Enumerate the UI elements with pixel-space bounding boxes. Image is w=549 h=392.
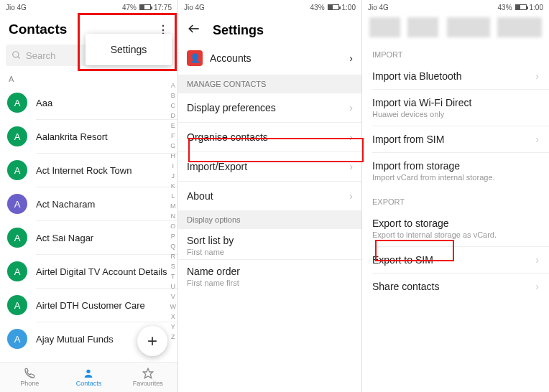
row-import-bluetooth[interactable]: Import via Bluetooth›: [362, 63, 549, 89]
menu-item-settings[interactable]: Settings: [111, 44, 147, 55]
accounts-icon: 👤: [187, 50, 203, 66]
avatar: A: [7, 93, 27, 113]
index-letter[interactable]: M: [170, 201, 177, 211]
clock: 1:00: [342, 4, 356, 11]
index-letter[interactable]: F: [170, 131, 177, 141]
chevron-right-icon: ›: [349, 190, 353, 202]
row-sort-list-by[interactable]: Sort list by First name: [178, 229, 361, 259]
battery-icon: [139, 4, 151, 10]
contact-row[interactable]: AAalankrita Resort: [0, 120, 177, 153]
status-bar: Jio 4G 43% 1:00: [178, 0, 361, 14]
back-button[interactable]: [187, 22, 201, 39]
row-import-storage[interactable]: Import from storage Import vCard from in…: [362, 153, 549, 189]
index-letter[interactable]: Q: [170, 241, 177, 251]
row-export-sim[interactable]: Export to SIM›: [362, 247, 549, 273]
chevron-right-icon: ›: [535, 281, 539, 292]
index-letter[interactable]: Y: [170, 322, 177, 332]
search-placeholder: Search: [26, 50, 55, 61]
contact-row[interactable]: AAct Internet Rock Town: [0, 154, 177, 187]
avatar: A: [7, 160, 27, 180]
index-letter[interactable]: I: [170, 161, 177, 171]
row-about[interactable]: About›: [178, 182, 361, 210]
battery-icon: [328, 4, 339, 10]
page-title: Settings: [213, 23, 264, 38]
avatar: A: [7, 329, 27, 349]
index-letter[interactable]: T: [170, 271, 177, 281]
row-name-order[interactable]: Name order First name first: [178, 260, 361, 290]
index-letter[interactable]: S: [170, 261, 177, 271]
redacted-header: [369, 17, 542, 37]
svg-marker-3: [143, 368, 152, 378]
index-letter[interactable]: P: [170, 231, 177, 241]
row-import-sim[interactable]: Import from SIM›: [362, 126, 549, 152]
star-icon: [142, 368, 154, 379]
index-letter[interactable]: U: [170, 281, 177, 291]
contact-row[interactable]: AAaa: [0, 86, 177, 119]
chevron-right-icon: ›: [349, 52, 353, 64]
contact-name: Act Internet Rock Town: [36, 165, 172, 176]
index-letter[interactable]: B: [170, 90, 177, 101]
contact-row[interactable]: AAirtel DTH Customer Care: [0, 289, 177, 322]
svg-line-1: [18, 57, 20, 59]
status-bar: Jio 4G 43% 1:00: [362, 0, 549, 14]
alpha-index[interactable]: ABCDEFGHIJKLMNOPQRSTUVWXYZ: [170, 80, 177, 342]
battery-text: 43%: [310, 4, 325, 11]
arrow-left-icon: [187, 22, 201, 36]
clock: 1:00: [530, 4, 543, 11]
row-export-storage[interactable]: Export to storage Export to internal sto…: [362, 210, 549, 246]
group-display-options: Display options: [178, 210, 361, 229]
row-share-contacts[interactable]: Share contacts›: [362, 274, 549, 299]
row-import-wifi-direct[interactable]: Import via Wi-Fi Direct Huawei devices o…: [362, 90, 549, 126]
index-letter[interactable]: O: [170, 221, 177, 231]
contact-row[interactable]: AAct Nacharam: [0, 187, 177, 220]
index-letter[interactable]: J: [170, 171, 177, 181]
index-letter[interactable]: L: [170, 191, 177, 201]
index-letter[interactable]: X: [170, 312, 177, 322]
index-letter[interactable]: Z: [170, 332, 177, 342]
index-letter[interactable]: V: [170, 291, 177, 302]
row-display-preferences[interactable]: Display preferences›: [178, 93, 361, 122]
avatar: A: [7, 228, 27, 248]
section-export: EXPORT: [362, 189, 549, 210]
index-letter[interactable]: W: [170, 302, 177, 312]
index-letter[interactable]: K: [170, 181, 177, 191]
contact-name: Act Sai Nagar: [36, 233, 172, 243]
index-letter[interactable]: A: [170, 80, 177, 90]
nav-phone[interactable]: Phone: [0, 363, 59, 392]
row-import-export[interactable]: Import/Export›: [178, 152, 361, 181]
battery-icon: [515, 4, 527, 10]
battery-text: 47%: [122, 4, 137, 11]
contact-name: Act Nacharam: [36, 199, 172, 210]
index-letter[interactable]: D: [170, 111, 177, 121]
index-letter[interactable]: N: [170, 211, 177, 221]
contact-name: Aaa: [36, 98, 172, 108]
chevron-right-icon: ›: [349, 102, 353, 113]
index-letter[interactable]: H: [170, 151, 177, 161]
chevron-right-icon: ›: [535, 70, 539, 82]
clock: 17:75: [154, 4, 172, 11]
svg-point-2: [87, 370, 91, 373]
contact-row[interactable]: AAirtel Digital TV Account Details: [0, 255, 177, 288]
contact-name: Airtel Digital TV Account Details: [36, 266, 172, 277]
carrier-label: Jio 4G: [368, 4, 389, 11]
contact-row[interactable]: AAct Sai Nagar: [0, 221, 177, 254]
index-letter[interactable]: C: [170, 101, 177, 111]
add-contact-fab[interactable]: +: [137, 326, 167, 356]
contact-name: Aalankrita Resort: [36, 131, 172, 142]
chevron-right-icon: ›: [349, 161, 353, 172]
phone-icon: [24, 368, 35, 379]
index-letter[interactable]: E: [170, 121, 177, 131]
section-header-a: A: [0, 72, 177, 86]
contacts-list: AAaaAAalankrita ResortAAct Internet Rock…: [0, 86, 177, 355]
row-accounts[interactable]: 👤 Accounts ›: [178, 47, 361, 75]
carrier-label: Jio 4G: [184, 4, 205, 11]
index-letter[interactable]: G: [170, 141, 177, 151]
chevron-right-icon: ›: [349, 131, 353, 143]
chevron-right-icon: ›: [535, 134, 539, 145]
nav-favourites[interactable]: Favourites: [119, 363, 177, 392]
row-organise-contacts[interactable]: Organise contacts›: [178, 123, 361, 151]
index-letter[interactable]: R: [170, 251, 177, 261]
chevron-right-icon: ›: [535, 254, 539, 266]
nav-contacts[interactable]: Contacts: [59, 363, 118, 392]
avatar: A: [7, 126, 27, 146]
